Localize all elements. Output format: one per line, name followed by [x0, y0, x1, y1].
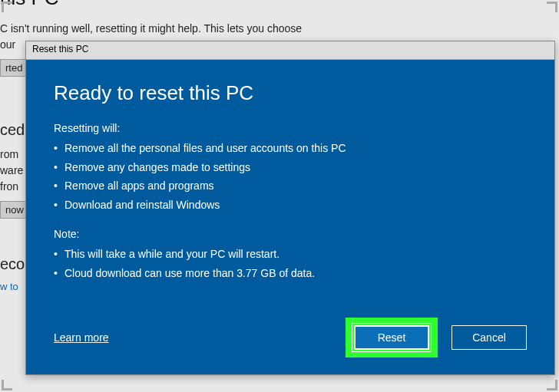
highlight-annotation: Reset	[346, 318, 438, 357]
dialog-content: Resetting will: Remove all the personal …	[54, 122, 527, 310]
crop-corner-icon	[2, 380, 12, 390]
dialog-body: Ready to reset this PC Resetting will: R…	[26, 60, 554, 374]
list-item: Remove any changes made to settings	[54, 158, 527, 177]
dialog-titlebar: Reset this PC	[26, 41, 554, 60]
list-item: This will take a while and your PC will …	[54, 245, 527, 264]
reset-pc-dialog: Reset this PC Ready to reset this PC Res…	[25, 41, 555, 375]
list-item: Cloud download can use more than 3.77 GB…	[54, 264, 527, 283]
learn-more-link[interactable]: Learn more	[54, 331, 109, 344]
note-label: Note:	[54, 228, 527, 240]
list-item: Remove all the personal files and user a…	[54, 139, 527, 158]
list-item: Remove all apps and programs	[54, 176, 527, 196]
list-item: Download and reinstall Windows	[54, 196, 527, 215]
dialog-footer: Learn more Reset Cancel	[54, 318, 527, 357]
cancel-button[interactable]: Cancel	[452, 325, 527, 350]
crop-corner-icon	[547, 2, 557, 12]
dialog-heading: Ready to reset this PC	[54, 81, 527, 105]
bg-title: his PC	[0, 0, 559, 10]
resetting-label: Resetting will:	[54, 122, 527, 134]
crop-corner-icon	[2, 2, 12, 12]
reset-button[interactable]: Reset	[354, 325, 429, 350]
note-list: This will take a while and your PC will …	[54, 245, 527, 282]
bg-intro-1: C isn't running well, resetting it might…	[0, 21, 559, 37]
button-group: Reset Cancel	[346, 318, 527, 357]
resetting-list: Remove all the personal files and user a…	[54, 139, 527, 214]
bg-get-started-button[interactable]: rted	[0, 59, 28, 77]
crop-corner-icon	[547, 380, 557, 390]
